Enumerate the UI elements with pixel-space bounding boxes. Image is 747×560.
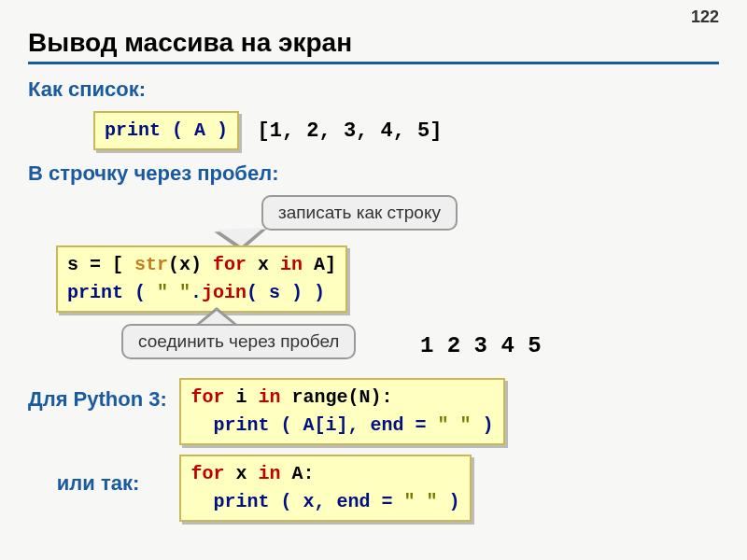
c2l1b: (x) [168,254,213,275]
section2-label: В строчку через пробел: [28,161,719,186]
row1: print ( A ) [1, 2, 3, 4, 5] [93,111,719,150]
c4-for: for [190,463,224,484]
c2-for: for [213,254,247,275]
c4l2b: ) [438,491,460,512]
callout-join-via-space: соединить через пробел [121,324,356,359]
c2l1c: x [247,254,280,275]
c2l1d: A] [303,254,336,275]
code-box-4: for x in A: print ( x, end = " " ) [179,455,471,522]
c4l1b: A: [281,463,315,484]
page-number: 122 [691,7,719,27]
c2-str: str [134,254,168,275]
row3: Для Python 3: for i in range(N): print (… [28,378,719,445]
c3l1b: range(N): [281,386,393,408]
c3l2b: ) [472,414,494,436]
page-title: Вывод массива на экран [28,28,719,64]
c3-lit: " " [438,414,472,436]
c2l2a: print ( [67,282,157,303]
c2-in: in [280,254,303,275]
c4-in: in [258,463,280,484]
code-box-1: print ( A ) [93,111,239,150]
section4-label: или так: [28,471,168,496]
c4-lit: " " [404,491,438,512]
c2l2b: . [190,282,202,303]
callout2-wrap: соединить через пробел 1 2 3 4 5 [28,324,719,359]
section3-label: Для Python 3: [28,387,168,412]
c4l2a: print ( x, end = [213,491,403,512]
code1: print ( A ) [105,119,228,141]
output-1: [1, 2, 3, 4, 5] [257,119,442,143]
c2-lit: " " [157,282,190,303]
block2-wrap: записать как строку s = [ str(x) for x i… [28,195,719,313]
c3-in: in [258,386,280,408]
c4l1a: x [224,463,258,484]
c3l1a: i [224,386,258,408]
c2-join: join [202,282,247,303]
code-box-2: s = [ str(x) for x in A] print ( " ".joi… [56,245,347,313]
row4: или так: for x in A: print ( x, end = " … [28,455,719,522]
callout-write-as-string: записать как строку [261,195,458,231]
output-2: 1 2 3 4 5 [420,333,542,358]
c3l2a: print ( A[i], end = [213,414,437,436]
section1-label: Как список: [28,77,719,102]
c2l1a: s = [ [67,254,134,275]
c2l2c: ( s ) ) [247,282,325,303]
code-box-3: for i in range(N): print ( A[i], end = "… [179,378,504,445]
c3-for: for [190,386,224,408]
